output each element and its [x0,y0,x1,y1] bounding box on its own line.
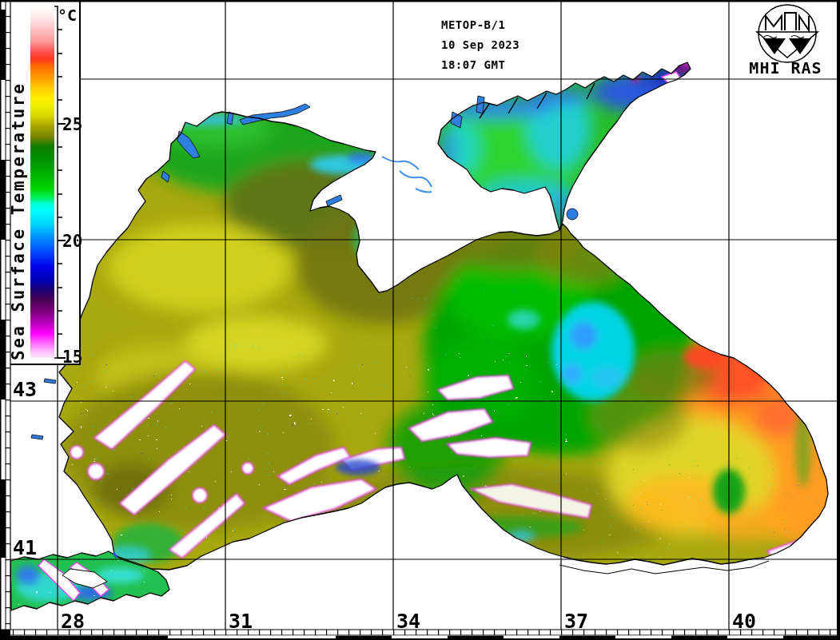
colorbar-gradient [30,6,54,358]
colorbar-title: Sea Surface Temperature [9,82,28,360]
colorbar-unit: °C [58,6,77,25]
colorbar-tick-20: 20 [62,232,82,251]
sst-map-canvas: 43 41 28 31 34 37 40 25 20 15 °C Sea Sur… [0,0,840,640]
sst-map-figure: 43 41 28 31 34 37 40 25 20 15 °C Sea Sur… [0,0,840,640]
colorbar: 25 20 15 °C Sea Surface Temperature [8,0,82,367]
logo-caption: MHI RAS [749,58,822,78]
acquisition-time: 18:07 GMT [441,58,505,71]
latitude-label-41: 41 [13,536,37,559]
colorbar-tick-25: 25 [62,115,82,134]
satellite-name: METOP-B/1 [441,18,505,31]
latitude-label-43: 43 [13,378,37,401]
acquisition-date: 10 Sep 2023 [441,38,520,51]
colorbar-tick-15: 15 [62,348,82,367]
